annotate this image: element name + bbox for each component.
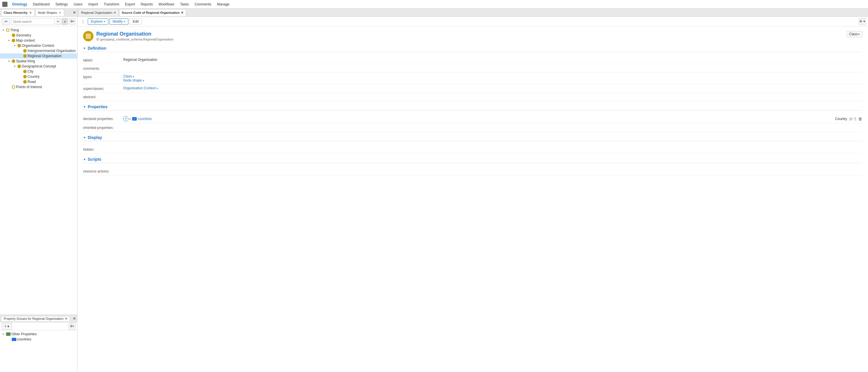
- list-item[interactable]: ▸ Points of Interest: [0, 84, 77, 90]
- list-item[interactable]: ▸ Country: [0, 74, 77, 79]
- property-expand-icon[interactable]: ▸: [130, 117, 131, 120]
- section-display-chevron-icon: ▼: [83, 136, 86, 139]
- list-item[interactable]: ▾ Thing: [0, 28, 77, 33]
- bottom-add-btn[interactable]: + ▾: [2, 323, 12, 330]
- list-item[interactable]: ▸ Geometry: [0, 33, 77, 38]
- tree-toggle[interactable]: ▾: [12, 44, 17, 48]
- tab-node-shapes[interactable]: Node Shapes ✕: [35, 9, 64, 16]
- section-definition-header[interactable]: ▼ Definition: [83, 46, 862, 52]
- view-toggle-btn[interactable]: ≡: [62, 18, 68, 25]
- tab-class-hierarchy-close[interactable]: ✕: [29, 11, 32, 15]
- nav-reports[interactable]: Reports: [138, 1, 155, 7]
- tab-regional-organisation-close[interactable]: ✕: [114, 11, 116, 15]
- field-resource-actions-label: resource actions:: [83, 169, 123, 173]
- list-item[interactable]: ▾ Other Properties: [0, 332, 77, 337]
- list-item[interactable]: ▾ Map context: [0, 38, 77, 43]
- list-item[interactable]: ▸ Road: [0, 79, 77, 84]
- field-declared-properties-label: declared properties:: [83, 116, 123, 121]
- tree-toggle[interactable]: ▾: [7, 59, 11, 63]
- nav-ontology[interactable]: Ontology: [10, 1, 30, 7]
- field-superclasses-value: Organisation Context ▾: [123, 86, 862, 90]
- tree-item-label: Geometry: [16, 33, 31, 37]
- nav-settings[interactable]: Settings: [53, 1, 70, 7]
- section-scripts-title: Scripts: [88, 157, 101, 162]
- settings-dropdown-icon: ▾: [73, 20, 74, 23]
- types-node-shape-link[interactable]: Node shape: [123, 78, 142, 82]
- section-display-header[interactable]: ▼ Display: [83, 135, 862, 141]
- tree-node-icon: [23, 49, 27, 53]
- superclasses-link[interactable]: Organisation Context: [123, 86, 156, 90]
- tree-toggle[interactable]: ▾: [1, 332, 5, 336]
- tree-toggle[interactable]: ▾: [1, 28, 5, 32]
- class-type-chevron-icon: ▾: [858, 33, 860, 36]
- tree-toggle[interactable]: ▾: [7, 38, 11, 42]
- nav-tasks[interactable]: Tasks: [178, 1, 191, 7]
- modify-btn[interactable]: Modify ▾: [110, 18, 128, 25]
- left-toolbar: + ▾ ▾ ≡ ⚙ ▾: [0, 17, 77, 26]
- tree-item-label: Geographical Concept: [22, 64, 56, 68]
- tree-item-label: Country: [28, 75, 39, 79]
- bottom-tab-property-groups[interactable]: Property Groups for Regional Organisatio…: [1, 316, 70, 321]
- tree-item-label: Regional Organisation: [28, 54, 62, 58]
- delete-property-btn[interactable]: 🗑: [858, 117, 862, 121]
- bottom-tab-close[interactable]: ✕: [65, 317, 67, 321]
- section-properties-body: declared properties: + ▸ ≡ countries Cou…: [83, 113, 862, 135]
- left-settings-btn[interactable]: ⚙ ▾: [69, 18, 75, 25]
- list-item[interactable]: ▸ Regional Organisation: [0, 53, 77, 59]
- nav-transform[interactable]: Transform: [101, 1, 122, 7]
- tree-toggle[interactable]: ▾: [12, 64, 17, 68]
- list-item[interactable]: ▾ Spatial thing: [0, 59, 77, 64]
- nav-workflows[interactable]: Workflows: [156, 1, 177, 7]
- section-properties-header[interactable]: ▼ Properties: [83, 105, 862, 111]
- list-item[interactable]: ▸ countries: [0, 337, 77, 342]
- search-input[interactable]: [11, 18, 55, 25]
- property-link[interactable]: countries: [138, 117, 487, 121]
- nav-comments[interactable]: Comments: [192, 1, 214, 7]
- tree-container: ▾ Thing ▸ Geometry ▾ Map context ▾ Organ…: [0, 26, 77, 315]
- tab-source-code-label: Source Code of Regional Organisation: [122, 11, 180, 15]
- nav-manage[interactable]: Manage: [215, 1, 231, 7]
- right-settings-btn[interactable]: ⚙ ▾: [859, 18, 866, 25]
- list-item[interactable]: ▾ Geographical Concept: [0, 64, 77, 69]
- tab-source-code[interactable]: Source Code of Regional Organisation ✕: [119, 9, 186, 16]
- field-declared-properties: declared properties: + ▸ ≡ countries Cou…: [83, 115, 862, 123]
- tree-node-icon: [23, 70, 27, 73]
- search-dropdown-btn[interactable]: ▾: [56, 18, 61, 25]
- tree-item-label: Spatial thing: [16, 59, 35, 63]
- close-left-panel-btn[interactable]: ✕: [73, 10, 76, 15]
- nav-users[interactable]: Users: [71, 1, 85, 7]
- nav-import[interactable]: Import: [86, 1, 100, 7]
- bottom-settings-icon: ⚙: [70, 324, 73, 328]
- tree-node-icon: [23, 75, 27, 78]
- tab-class-hierarchy[interactable]: Class Hierarchy ✕: [1, 9, 35, 16]
- tree-item-label: Map context: [16, 38, 35, 42]
- edit-btn[interactable]: Edit: [130, 18, 142, 25]
- list-item[interactable]: ▸ City: [0, 69, 77, 74]
- bottom-settings-btn[interactable]: ⚙ ▾: [68, 323, 75, 330]
- class-id: ID geosparql_cookbook_schema:RegionalOrg…: [96, 37, 846, 41]
- section-definition-body: labels: Regional Organisation comments: …: [83, 55, 862, 105]
- tab-regional-organisation[interactable]: Regional Organisation ✕: [79, 9, 119, 16]
- tab-source-code-close[interactable]: ✕: [181, 11, 183, 15]
- explore-label: Explore: [91, 20, 103, 24]
- tree-item-label: Other Properties: [11, 332, 37, 336]
- more-options-btn[interactable]: ⋮: [80, 18, 87, 25]
- close-bottom-panel-btn[interactable]: ✕: [73, 316, 76, 321]
- list-item[interactable]: ▾ Organisation Context: [0, 43, 77, 48]
- class-type-badge[interactable]: Class ▾: [846, 31, 862, 37]
- section-scripts-header[interactable]: ▼ Scripts: [83, 157, 862, 163]
- tab-node-shapes-close[interactable]: ✕: [58, 11, 62, 15]
- settings-icon: ⚙: [70, 20, 73, 23]
- nav-dashboard[interactable]: Dashboard: [31, 1, 52, 7]
- class-icon-inner: [86, 34, 91, 39]
- tree-item-label: Road: [28, 80, 36, 84]
- class-header: Regional Organisation ID geosparql_cookb…: [83, 31, 862, 41]
- nav-export[interactable]: Export: [123, 1, 137, 7]
- types-class-link[interactable]: Class: [123, 74, 132, 78]
- list-item[interactable]: ▸ Intergovernmental Organisation: [0, 48, 77, 53]
- add-button[interactable]: + ▾: [2, 18, 10, 25]
- tree-node-icon: [23, 54, 27, 58]
- explore-btn[interactable]: Explore ▾: [88, 18, 108, 25]
- left-tab-bar: Class Hierarchy ✕ Node Shapes ✕ ✕: [0, 9, 77, 17]
- add-property-btn[interactable]: +: [123, 116, 128, 121]
